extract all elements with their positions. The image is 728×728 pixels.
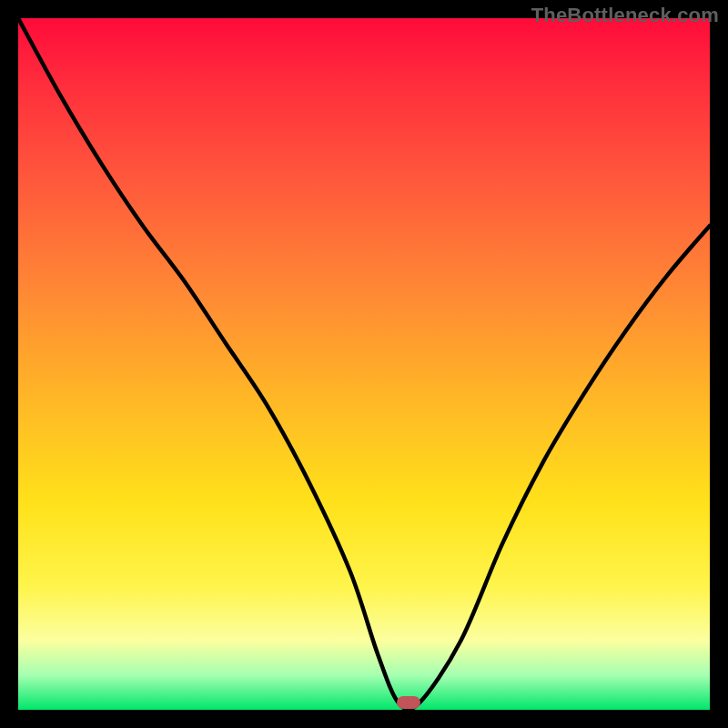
watermark-label: TheBottleneck.com (531, 4, 719, 27)
optimal-marker (397, 696, 420, 709)
chart-frame: TheBottleneck.com (0, 0, 728, 728)
plot-area (18, 18, 710, 710)
bottleneck-curve (18, 18, 710, 710)
